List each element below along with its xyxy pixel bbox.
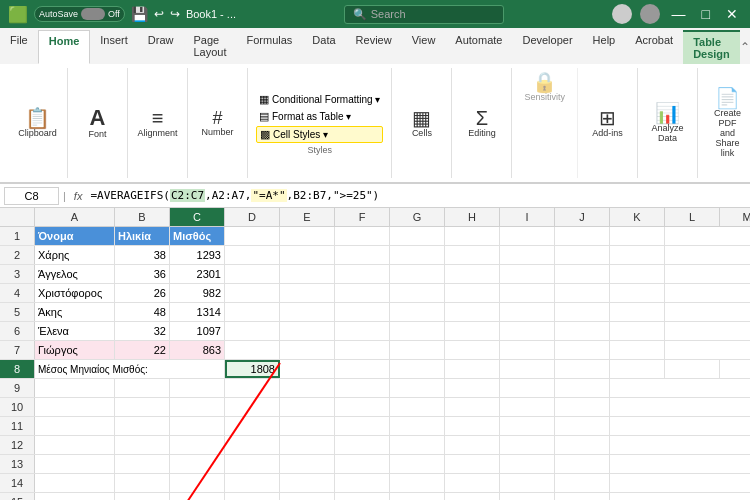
cell-a9[interactable]	[35, 379, 115, 397]
cell-e3[interactable]	[280, 265, 335, 283]
row-num-14[interactable]: 14	[0, 474, 35, 492]
row-num-7[interactable]: 7	[0, 341, 35, 359]
cell-j6[interactable]	[555, 322, 610, 340]
cell-e7[interactable]	[280, 341, 335, 359]
cell-j8[interactable]	[610, 360, 665, 378]
cell-d2[interactable]	[225, 246, 280, 264]
cell-styles-button[interactable]: ▩ Cell Styles ▾	[256, 126, 383, 143]
row-num-15[interactable]: 15	[0, 493, 35, 500]
row-num-13[interactable]: 13	[0, 455, 35, 473]
cell-a4[interactable]: Χριστόφορος	[35, 284, 115, 302]
cell-h1[interactable]	[445, 227, 500, 245]
col-header-k[interactable]: K	[610, 208, 665, 226]
tab-table-design[interactable]: Table Design	[683, 30, 740, 64]
autosave-toggle[interactable]: AutoSave Off	[34, 6, 125, 22]
cell-k1[interactable]	[610, 227, 665, 245]
cell-g4[interactable]	[390, 284, 445, 302]
editing-button[interactable]: Σ Editing	[464, 106, 500, 140]
save-icon[interactable]: 💾	[131, 6, 148, 22]
tab-automate[interactable]: Automate	[445, 30, 512, 64]
cell-e4[interactable]	[280, 284, 335, 302]
row-num-9[interactable]: 9	[0, 379, 35, 397]
cell-k8[interactable]	[665, 360, 720, 378]
cell-d1[interactable]	[225, 227, 280, 245]
undo-icon[interactable]: ↩	[154, 7, 164, 21]
cell-d6[interactable]	[225, 322, 280, 340]
cell-f8[interactable]	[390, 360, 445, 378]
cell-i2[interactable]	[500, 246, 555, 264]
col-header-h[interactable]: H	[445, 208, 500, 226]
cell-i4[interactable]	[500, 284, 555, 302]
cell-g2[interactable]	[390, 246, 445, 264]
cell-k6[interactable]	[610, 322, 665, 340]
cell-j4[interactable]	[555, 284, 610, 302]
cell-b1[interactable]: Ηλικία	[115, 227, 170, 245]
cell-j7[interactable]	[555, 341, 610, 359]
tab-file[interactable]: File	[0, 30, 38, 64]
cell-e5[interactable]	[280, 303, 335, 321]
cell-a3[interactable]: Άγγελος	[35, 265, 115, 283]
cell-a6[interactable]: Έλενα	[35, 322, 115, 340]
cell-e8[interactable]	[335, 360, 390, 378]
ribbon-expand-icon[interactable]: ⌃	[740, 40, 750, 54]
cell-j3[interactable]	[555, 265, 610, 283]
cell-h6[interactable]	[445, 322, 500, 340]
col-header-j[interactable]: J	[555, 208, 610, 226]
tab-review[interactable]: Review	[346, 30, 402, 64]
cell-a2[interactable]: Χάρης	[35, 246, 115, 264]
cell-f4[interactable]	[335, 284, 390, 302]
row-num-8[interactable]: 8	[0, 360, 35, 378]
create-pdf-button[interactable]: 📄 Create PDFand Share link	[706, 86, 749, 160]
maximize-button[interactable]: □	[698, 6, 714, 22]
cell-k7[interactable]	[610, 341, 665, 359]
format-as-table-button[interactable]: ▤ Format as Table ▾	[256, 109, 383, 124]
col-header-d[interactable]: D	[225, 208, 280, 226]
number-button[interactable]: # Number	[197, 107, 237, 139]
cell-i7[interactable]	[500, 341, 555, 359]
cell-g1[interactable]	[390, 227, 445, 245]
minimize-button[interactable]: —	[668, 6, 690, 22]
cell-b4[interactable]: 26	[115, 284, 170, 302]
cell-d5[interactable]	[225, 303, 280, 321]
col-header-f[interactable]: F	[335, 208, 390, 226]
cell-i3[interactable]	[500, 265, 555, 283]
cell-h5[interactable]	[445, 303, 500, 321]
cell-c8[interactable]: 1808	[225, 360, 280, 378]
cell-f2[interactable]	[335, 246, 390, 264]
row-num-10[interactable]: 10	[0, 398, 35, 416]
cell-b3[interactable]: 36	[115, 265, 170, 283]
autosave-toggle-off[interactable]	[81, 8, 105, 20]
cell-c7[interactable]: 863	[170, 341, 225, 359]
row-num-12[interactable]: 12	[0, 436, 35, 454]
tab-insert[interactable]: Insert	[90, 30, 138, 64]
cell-h8[interactable]	[500, 360, 555, 378]
cell-d4[interactable]	[225, 284, 280, 302]
cell-b2[interactable]: 38	[115, 246, 170, 264]
cell-j5[interactable]	[555, 303, 610, 321]
cell-f7[interactable]	[335, 341, 390, 359]
tab-draw[interactable]: Draw	[138, 30, 184, 64]
cell-j2[interactable]	[555, 246, 610, 264]
cell-i5[interactable]	[500, 303, 555, 321]
cell-c2[interactable]: 1293	[170, 246, 225, 264]
col-header-i[interactable]: I	[500, 208, 555, 226]
cell-b5[interactable]: 48	[115, 303, 170, 321]
row-num-6[interactable]: 6	[0, 322, 35, 340]
cell-f1[interactable]	[335, 227, 390, 245]
cell-k4[interactable]	[610, 284, 665, 302]
cell-b6[interactable]: 32	[115, 322, 170, 340]
cell-d3[interactable]	[225, 265, 280, 283]
cell-j1[interactable]	[555, 227, 610, 245]
row-num-3[interactable]: 3	[0, 265, 35, 283]
cell-f5[interactable]	[335, 303, 390, 321]
cell-b9[interactable]	[115, 379, 170, 397]
tab-help[interactable]: Help	[583, 30, 626, 64]
cell-e1[interactable]	[280, 227, 335, 245]
cell-f6[interactable]	[335, 322, 390, 340]
addins-button[interactable]: ⊞ Add-ins	[588, 106, 627, 140]
cell-c9[interactable]	[170, 379, 225, 397]
analyze-button[interactable]: 📊 AnalyzeData	[647, 101, 687, 145]
close-button[interactable]: ✕	[722, 6, 742, 22]
cell-f3[interactable]	[335, 265, 390, 283]
row-num-5[interactable]: 5	[0, 303, 35, 321]
